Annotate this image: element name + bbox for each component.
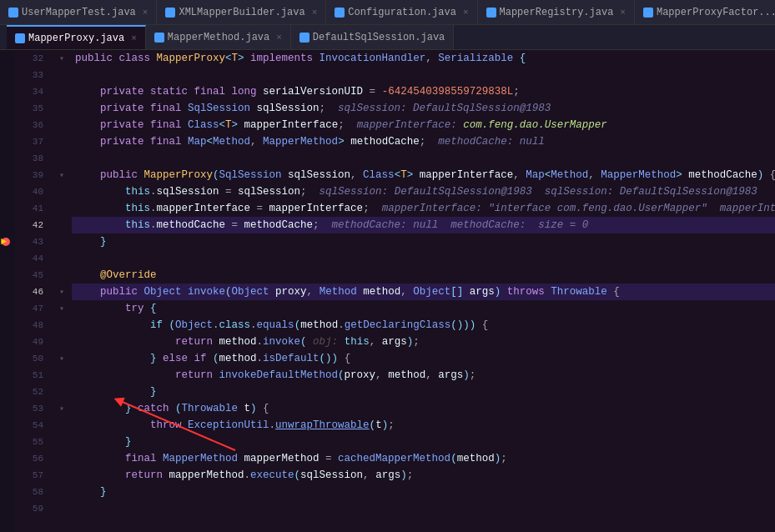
code-line-54: throw ExceptionUtil.unwrapThrowable(t);: [72, 417, 775, 434]
fold-39[interactable]: ▾: [55, 167, 68, 183]
fold-57: [55, 467, 68, 484]
java-icon: [154, 33, 164, 43]
tab-configuration[interactable]: Configuration.java ×: [326, 0, 477, 25]
line-num-47: 47: [15, 300, 48, 317]
tab-mapperproxy[interactable]: MapperProxy.java ×: [7, 25, 146, 50]
sidebar-cell: [0, 67, 15, 83]
tab-label: MapperMethod.java: [168, 32, 269, 43]
code-line-32: public class MapperProxy<T> implements I…: [72, 50, 775, 67]
fold-54: [55, 417, 68, 434]
fold-44: [55, 250, 68, 267]
code-line-56: final MapperMethod mapperMethod = cached…: [72, 450, 775, 467]
tab-label: MapperProxy.java: [28, 33, 124, 44]
tab-mappermethod[interactable]: MapperMethod.java ×: [146, 25, 291, 50]
fold-36: [55, 117, 68, 133]
tab-usermappertest[interactable]: UserMapperTest.java ×: [0, 0, 157, 25]
line-num-40: 40: [15, 183, 48, 200]
tab-mapperregistry[interactable]: MapperRegistry.java ×: [478, 0, 635, 25]
fold-37: [55, 133, 68, 150]
line-num-48: 48: [15, 317, 48, 334]
tab-defaultsqlsession[interactable]: DefaultSqlSession.java: [291, 25, 454, 50]
code-line-33: [72, 67, 775, 83]
sidebar-cell: [0, 417, 15, 434]
line-num-49: 49: [15, 334, 48, 350]
breakpoint-cell: ►: [0, 233, 15, 250]
fold-47[interactable]: ▾: [55, 300, 68, 317]
sidebar-cell: [0, 217, 15, 233]
code-line-42: this.methodCache = methodCache; methodCa…: [72, 217, 775, 233]
line-num-55: 55: [15, 434, 48, 450]
collapse-column: ▾ ▾ ▾ ▾ ▾ ▾: [55, 50, 68, 532]
code-line-58: }: [72, 484, 775, 500]
code-line-44: [72, 250, 775, 267]
sidebar-cell: [0, 450, 15, 467]
tab-mapperproxyfactory[interactable]: MapperProxyFactor...: [635, 0, 775, 25]
code-line-55: }: [72, 434, 775, 450]
editor-window: UserMapperTest.java × XMLMapperBuilder.j…: [0, 0, 775, 532]
code-content[interactable]: public class MapperProxy<T> implements I…: [68, 50, 775, 532]
sidebar-cell: [0, 484, 15, 500]
code-line-37: private final Map<Method, MapperMethod> …: [72, 133, 775, 150]
sidebar-cell: [0, 50, 15, 67]
tab-label: UserMapperTest.java: [22, 7, 136, 18]
tab-close-icon[interactable]: ×: [312, 8, 318, 18]
tab-close-icon[interactable]: ×: [463, 8, 469, 18]
code-line-39: public MapperProxy(SqlSession sqlSession…: [72, 167, 775, 183]
tab-xmlmapperbuilder[interactable]: XMLMapperBuilder.java ×: [157, 0, 326, 25]
sidebar-cell: [0, 200, 15, 217]
sidebar-cell: [0, 317, 15, 334]
editor-body: ► 32 33 34 35 36 37 38 3: [0, 50, 775, 532]
line-num-45: 45: [15, 267, 48, 284]
line-num-42: 42: [15, 217, 48, 233]
fold-50[interactable]: ▾: [55, 350, 68, 367]
tab-label: Configuration.java: [348, 7, 456, 18]
tab-bar-second: MapperProxy.java × MapperMethod.java × D…: [0, 25, 775, 50]
fold-32[interactable]: ▾: [55, 50, 68, 67]
fold-53[interactable]: ▾: [55, 400, 68, 417]
code-line-35: private final SqlSession sqlSession; sql…: [72, 100, 775, 117]
line-num-52: 52: [15, 384, 48, 400]
fold-38: [55, 150, 68, 167]
code-line-45: @Override: [72, 267, 775, 284]
code-line-40: this.sqlSession = sqlSession; sqlSession…: [72, 183, 775, 200]
tab-close-icon[interactable]: ×: [131, 33, 137, 43]
code-line-52: }: [72, 384, 775, 400]
sidebar-cell: [0, 434, 15, 450]
code-line-41: this.mapperInterface = mapperInterface; …: [72, 200, 775, 217]
java-icon: [299, 33, 309, 43]
line-num-32: 32: [15, 50, 48, 67]
code-line-50: } else if (method.isDefault()) {: [72, 350, 775, 367]
tab-close-icon[interactable]: ×: [276, 33, 282, 43]
fold-51: [55, 367, 68, 384]
code-line-49: return method.invoke( obj: this, args);: [72, 334, 775, 350]
sidebar-cell: [0, 133, 15, 150]
tab-label: MapperRegistry.java: [500, 7, 614, 18]
tab-close-icon[interactable]: ×: [143, 8, 148, 18]
java-icon: [486, 8, 496, 18]
line-num-59: 59: [15, 500, 48, 517]
line-num-35: 35: [15, 100, 48, 117]
tab-label: DefaultSqlSession.java: [313, 32, 445, 43]
tab-label: MapperProxyFactor...: [657, 7, 775, 18]
line-num-33: 33: [15, 67, 48, 83]
sidebar-cell: [0, 300, 15, 317]
line-num-34: 34: [15, 83, 48, 100]
line-num-51: 51: [15, 367, 48, 384]
java-icon: [8, 8, 18, 18]
fold-45: [55, 267, 68, 284]
line-num-53: 53: [15, 400, 48, 417]
tab-label: XMLMapperBuilder.java: [179, 7, 304, 18]
line-num-50: 50: [15, 350, 48, 367]
sidebar-cell: [0, 284, 15, 300]
fold-48: [55, 317, 68, 334]
sidebar-cell: [0, 100, 15, 117]
sidebar-cell: [0, 183, 15, 200]
code-line-43: }: [72, 233, 775, 250]
java-icon: [643, 8, 653, 18]
tab-close-icon[interactable]: ×: [620, 8, 626, 18]
line-num-38: 38: [15, 150, 48, 167]
fold-46[interactable]: ▾: [55, 284, 68, 300]
code-line-34: private static final long serialVersionU…: [72, 83, 775, 100]
fold-56: [55, 450, 68, 467]
sidebar-cell: [0, 400, 15, 417]
